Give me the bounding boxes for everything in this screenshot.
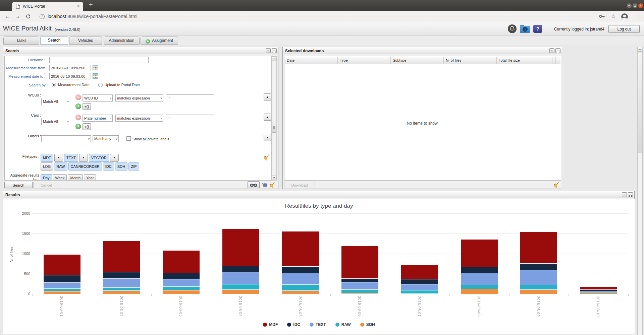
filetype-idc-button[interactable]: IDC — [103, 162, 114, 171]
cars-value-input[interactable] — [166, 115, 214, 121]
aggregate-options: DayWeekMonthYear — [41, 174, 96, 181]
minimize-panel-icon[interactable]: − — [549, 48, 554, 53]
labels-collapse-button[interactable]: ▲ — [264, 134, 271, 141]
aggregate-day-button[interactable]: Day — [41, 174, 52, 181]
wcus-add-criterion-icon[interactable]: + — [75, 104, 81, 109]
filetype-soh-button[interactable]: SOH — [115, 162, 128, 171]
forward-icon[interactable]: → — [15, 13, 20, 20]
cars-field-select[interactable]: Plate numberv — [83, 115, 113, 122]
filetype-raw-button[interactable]: RAW — [54, 162, 67, 171]
aggregate-month-button[interactable]: Month — [68, 174, 83, 181]
date-to-input[interactable] — [49, 73, 91, 79]
legend-item-soh[interactable]: SOH — [360, 322, 375, 327]
cancel-button[interactable]: Cancel — [33, 182, 59, 188]
search-by-radio-1[interactable] — [52, 83, 56, 87]
filetype-canrecorder-button[interactable]: CANRECORDER — [68, 162, 102, 171]
filetype-vector-dropdown-icon[interactable]: ▼ — [110, 154, 119, 162]
help-icon[interactable]: ? — [533, 25, 542, 33]
profile-avatar[interactable] — [621, 13, 628, 20]
date-from-calendar-icon[interactable] — [93, 65, 98, 70]
cars-remove-criterion-icon[interactable]: − — [75, 115, 81, 120]
filename-input[interactable] — [49, 57, 149, 63]
tab-vehicles[interactable]: Vehicles — [69, 37, 102, 45]
filetype-vector-button[interactable]: VECTOR — [89, 154, 109, 162]
filetype-text-dropdown-icon[interactable]: ▼ — [79, 154, 88, 162]
cars-match-select[interactable]: Match Allv — [41, 118, 70, 125]
filetype-zip-button[interactable]: ZIP — [128, 162, 139, 171]
cars-collapse-button[interactable]: ▲ — [264, 114, 271, 121]
wcus-collapse-button[interactable]: ▲ — [264, 93, 271, 100]
legend-item-raw[interactable]: RAW — [335, 322, 351, 327]
scrollbar-thumb[interactable] — [638, 53, 642, 153]
wcus-operator-select[interactable]: matches expressionv — [115, 94, 163, 102]
clear-search-broom-icon[interactable] — [270, 182, 275, 188]
reload-icon[interactable] — [25, 14, 31, 19]
column-header-date[interactable]: Date — [285, 57, 338, 64]
tab-assignment[interactable]: +Assignment — [141, 37, 178, 45]
wcus-field-select[interactable]: WCU IDv — [83, 94, 113, 102]
cars-operator-select[interactable]: matches expressionv — [115, 115, 163, 122]
filetype-mdf-dropdown-icon[interactable]: ▼ — [54, 154, 63, 162]
scroll-up-icon[interactable]: ▲ — [272, 56, 276, 61]
column-header-type[interactable]: Type — [338, 57, 391, 64]
wcus-match-select[interactable]: Match Allv — [41, 98, 70, 105]
save-search-icon[interactable] — [262, 182, 267, 188]
column-header-nr-of-files[interactable]: Nr of files — [444, 57, 497, 64]
maximize-panel-icon[interactable] — [628, 192, 633, 197]
cars-add-group-button[interactable]: +() — [83, 123, 91, 130]
wcus-add-group-button[interactable]: +() — [83, 103, 91, 110]
scrollbar-thumb[interactable] — [272, 122, 276, 133]
tab-tasks[interactable]: Tasks — [3, 37, 39, 45]
key-icon[interactable] — [599, 14, 605, 19]
date-to-calendar-icon[interactable] — [93, 73, 98, 79]
maximize-panel-icon[interactable] — [555, 48, 560, 53]
search-button[interactable]: Search — [4, 182, 33, 188]
logout-button[interactable]: Log out — [608, 25, 640, 33]
date-from-input[interactable] — [49, 65, 91, 71]
url-text[interactable]: localhost:8080/wice-portal/FastePortal.h… — [48, 14, 138, 19]
maximize-panel-icon[interactable] — [272, 48, 277, 53]
show-private-labels-checkbox[interactable] — [126, 136, 131, 141]
preview-binoculars-button[interactable] — [248, 181, 260, 188]
download-button[interactable]: Download — [284, 182, 315, 188]
downloads-folder-icon[interactable]: ↓ — [520, 25, 530, 33]
scroll-down-icon[interactable]: ▼ — [272, 176, 276, 180]
filetypes-clear-broom-icon[interactable] — [264, 154, 269, 161]
minimize-panel-icon[interactable]: − — [622, 192, 627, 197]
labels-select[interactable]: v — [41, 135, 91, 142]
minimize-panel-icon[interactable]: − — [266, 48, 271, 53]
filetype-log-button[interactable]: LOG — [41, 162, 53, 171]
clear-downloads-broom-icon[interactable] — [554, 182, 559, 188]
wcus-value-input[interactable] — [166, 94, 214, 101]
notifications-bell-icon[interactable] — [508, 24, 517, 33]
back-icon[interactable]: ← — [5, 13, 10, 20]
page-scrollbar[interactable]: ▲ — [637, 47, 643, 335]
legend-item-text[interactable]: TEXT — [310, 322, 326, 327]
search-panel-scrollbar[interactable]: ▲ ▼ — [271, 56, 277, 181]
scroll-up-icon[interactable]: ▲ — [638, 47, 642, 52]
wcus-remove-criterion-icon[interactable]: − — [75, 94, 81, 100]
window-maximize-button[interactable] — [633, 3, 637, 8]
tab-close-icon[interactable]: × — [77, 3, 80, 9]
legend-item-mdf[interactable]: MDF — [263, 322, 278, 327]
site-info-icon[interactable]: i — [40, 14, 45, 19]
window-minimize-button[interactable]: − — [627, 3, 632, 8]
window-close-button[interactable]: × — [638, 3, 643, 8]
legend-item-idc[interactable]: IDC — [287, 322, 300, 327]
x-axis-tick — [32, 294, 33, 296]
aggregate-week-button[interactable]: Week — [53, 174, 67, 181]
filetype-text-button[interactable]: TEXT — [64, 154, 78, 162]
new-tab-button[interactable]: + — [89, 1, 93, 9]
cars-add-criterion-icon[interactable]: + — [75, 124, 81, 129]
aggregate-year-button[interactable]: Year — [84, 174, 96, 181]
search-by-radio-2[interactable] — [98, 83, 103, 87]
bookmark-star-icon[interactable]: ☆ — [610, 13, 616, 20]
tab-administration[interactable]: Administration — [104, 37, 140, 45]
tab-search[interactable]: Search — [40, 36, 68, 45]
browser-menu-icon[interactable]: ⋮ — [636, 13, 642, 20]
column-header-subtype[interactable]: Subtype — [391, 57, 444, 64]
column-header-total-file-size[interactable]: Total file size — [497, 57, 552, 64]
labels-match-select[interactable]: Match anyv — [93, 135, 119, 142]
filetype-mdf-button[interactable]: MDF — [41, 154, 53, 162]
browser-tab[interactable]: WICE Portal × — [12, 2, 83, 11]
